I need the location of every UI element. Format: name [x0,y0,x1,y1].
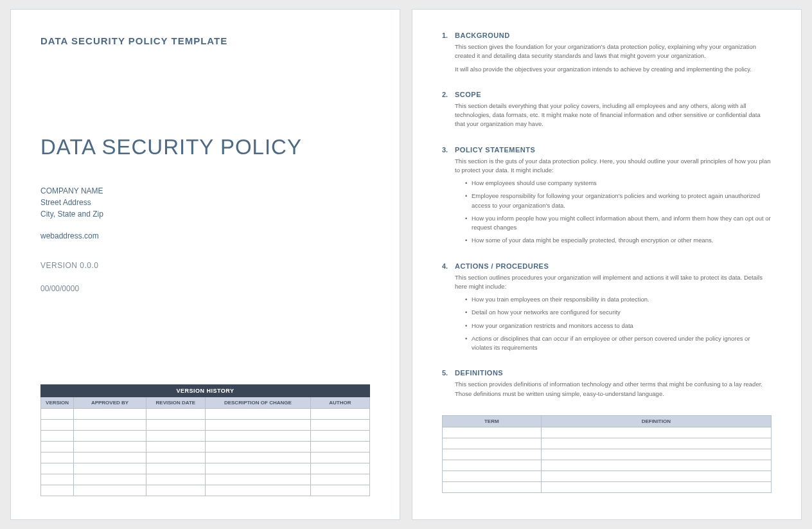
table-cell [74,463,146,474]
table-cell [41,453,74,463]
table-cell [541,460,771,471]
table-cell [205,474,310,485]
list-item: Employee responsibility for following yo… [465,192,772,210]
table-row [443,438,772,449]
table-cell [74,431,146,442]
bullet-list: How employees should use company systems… [455,179,772,246]
table-row [41,463,370,474]
table-cell [541,481,771,492]
list-item: Actions or disciplines that can occur if… [465,334,772,353]
table-cell [146,409,205,420]
list-item: How your organization restricts and moni… [465,321,772,330]
table-cell [74,453,146,463]
section-body: DEFINITIONSThis section provides definit… [455,369,772,402]
section-number: 3. [442,146,455,249]
company-street: Street Address [40,197,370,208]
section-number: 1. [442,31,455,78]
table-row [41,420,370,431]
col-author: AUTHOR [310,397,369,409]
table-row [41,453,370,463]
col-revision-date: REVISION DATE [146,397,205,409]
table-cell [443,449,542,460]
table-row [443,460,772,471]
table-cell [443,481,542,492]
list-item: Detail on how your networks are configur… [465,308,772,317]
table-cell [41,485,74,496]
bullet-list: How you train employees on their respons… [455,295,772,352]
section-number: 2. [442,91,455,133]
table-cell [443,471,542,481]
version-history-table: VERSION HISTORY VERSION APPROVED BY REVI… [40,384,370,496]
table-cell [310,485,369,496]
section: 1.BACKGROUNDThis section gives the found… [442,31,772,78]
table-cell [146,442,205,453]
section-title: SCOPE [455,91,772,98]
template-header: DATA SECURITY POLICY TEMPLATE [40,35,370,46]
section-paragraph: It will also provide the objectives your… [455,65,772,74]
table-row [443,471,772,481]
table-cell [146,453,205,463]
section-paragraph: This section provides definitions of inf… [455,380,772,399]
table-cell [146,474,205,485]
version-history-title: VERSION HISTORY [41,385,370,397]
list-item: How some of your data might be especiall… [465,236,772,245]
section-paragraph: This section details everything that you… [455,102,772,129]
col-version: VERSION [41,397,74,409]
table-cell [541,471,771,481]
col-approved-by: APPROVED BY [74,397,146,409]
table-cell [310,474,369,485]
section: 4.ACTIONS / PROCEDURESThis section outli… [442,262,772,357]
table-row [41,431,370,442]
table-cell [205,409,310,420]
section-number: 4. [442,262,455,357]
table-cell [310,431,369,442]
section-title: DEFINITIONS [455,369,772,377]
table-cell [146,420,205,431]
list-item: How you train employees on their respons… [465,295,772,304]
table-row [443,427,772,438]
section-paragraph: This section is the guts of your data pr… [455,157,772,175]
table-cell [310,463,369,474]
company-web: webaddress.com [40,230,370,242]
definitions-table: TERM DEFINITION [442,415,772,493]
table-row [443,449,772,460]
document-page-1: DATA SECURITY POLICY TEMPLATE DATA SECUR… [10,9,400,520]
table-cell [41,474,74,485]
company-info-block: COMPANY NAME Street Address City, State … [40,185,370,242]
table-cell [443,427,542,438]
table-row [41,442,370,453]
table-cell [310,409,369,420]
company-name: COMPANY NAME [40,185,370,197]
table-cell [310,453,369,463]
section: 3.POLICY STATEMENTSThis section is the g… [442,146,772,249]
col-description: DESCRIPTION OF CHANGE [205,397,310,409]
table-cell [146,485,205,496]
section-paragraph: This section outlines procedures your or… [455,273,772,292]
section-title: POLICY STATEMENTS [455,146,772,154]
section: 5.DEFINITIONSThis section provides defin… [442,369,772,402]
table-cell [74,442,146,453]
table-row [41,485,370,496]
section-title: BACKGROUND [455,31,772,39]
table-cell [41,431,74,442]
table-cell [41,442,74,453]
version-label: VERSION 0.0.0 [40,261,370,270]
table-cell [41,463,74,474]
table-cell [541,438,771,449]
table-cell [205,453,310,463]
table-cell [146,431,205,442]
table-cell [205,420,310,431]
table-cell [541,427,771,438]
col-definition: DEFINITION [541,415,771,427]
table-cell [205,463,310,474]
table-cell [541,449,771,460]
table-cell [146,463,205,474]
document-title: DATA SECURITY POLICY [40,135,370,159]
table-cell [310,442,369,453]
section-paragraph: This section gives the foundation for yo… [455,42,772,61]
col-term: TERM [443,415,542,427]
section: 2.SCOPEThis section details everything t… [442,91,772,133]
document-page-2: 1.BACKGROUNDThis section gives the found… [412,9,802,520]
table-cell [41,409,74,420]
table-row [41,409,370,420]
